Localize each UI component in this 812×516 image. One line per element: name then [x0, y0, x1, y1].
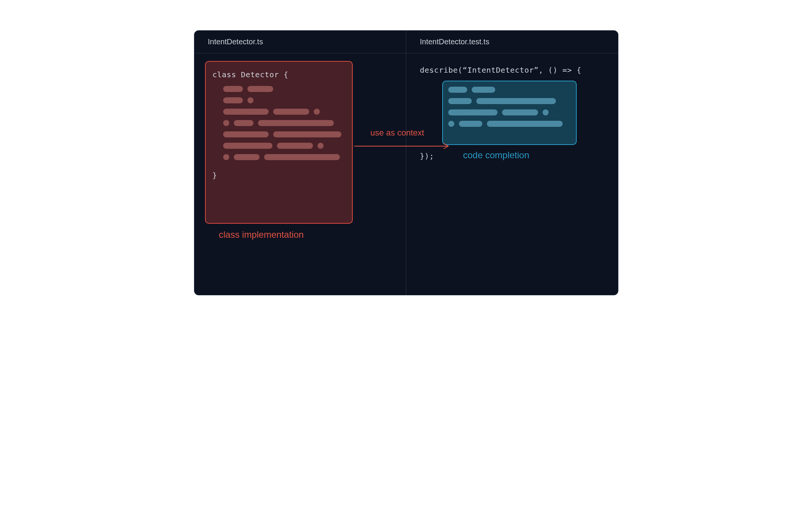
placeholder-pill [223, 109, 269, 115]
placeholder-pill [459, 121, 482, 127]
tab-bar-left: IntentDetector.ts [194, 31, 406, 53]
context-arrow: use as context [354, 135, 452, 161]
placeholder-pill [487, 121, 563, 127]
editor-window: IntentDetector.ts class Detector { [194, 30, 618, 295]
placeholder-row [213, 109, 345, 115]
right-pane-content: describe(“IntentDetector”, () => { [406, 53, 618, 295]
code-completion-highlight [442, 81, 577, 145]
placeholder-pill [448, 109, 498, 115]
placeholder-pill [223, 131, 269, 137]
placeholder-pill [264, 154, 340, 160]
placeholder-pill [273, 109, 309, 115]
placeholder-row [448, 121, 571, 127]
placeholder-pill [543, 109, 549, 115]
placeholder-pill [476, 98, 556, 104]
placeholder-pill [223, 86, 243, 92]
placeholder-pill [223, 120, 229, 126]
code-class-open: class Detector { [213, 69, 345, 81]
placeholder-row [448, 109, 571, 115]
code-describe-open: describe(“IntentDetector”, () => { [420, 64, 604, 76]
placeholder-row [448, 98, 571, 104]
tab-bar-right: IntentDetector.test.ts [406, 31, 618, 53]
placeholder-pill [223, 154, 229, 160]
code-class-close: } [213, 169, 345, 181]
placeholder-row [448, 87, 571, 93]
placeholder-row [213, 120, 345, 126]
placeholder-row [213, 97, 345, 103]
placeholder-pill [448, 121, 454, 127]
left-pane: IntentDetector.ts class Detector { [194, 31, 407, 295]
tab-label-left[interactable]: IntentDetector.ts [208, 37, 263, 46]
placeholder-pill [314, 109, 320, 115]
arrow-label: use as context [371, 128, 424, 138]
placeholder-pill [448, 98, 472, 104]
placeholder-pill [273, 131, 341, 137]
tab-label-right[interactable]: IntentDetector.test.ts [420, 37, 489, 46]
placeholder-pill [318, 143, 324, 149]
code-completion-caption: code completion [463, 150, 529, 161]
placeholder-pill [223, 143, 272, 149]
class-implementation-highlight: class Detector { [205, 61, 353, 224]
placeholder-row [213, 86, 345, 92]
left-pane-content: class Detector { [194, 53, 406, 295]
placeholder-pill [448, 87, 467, 93]
placeholder-row [213, 154, 345, 160]
arrow-icon [354, 142, 452, 150]
placeholder-pill [247, 86, 273, 92]
placeholder-row [213, 143, 345, 149]
placeholder-row [213, 131, 345, 137]
placeholder-pill [502, 109, 538, 115]
right-pane: IntentDetector.test.ts describe(“IntentD… [406, 31, 618, 295]
placeholder-pill [223, 97, 243, 103]
placeholder-pill [472, 87, 495, 93]
placeholder-pill [234, 120, 253, 126]
class-implementation-caption: class implementation [219, 229, 304, 240]
placeholder-pill [234, 154, 260, 160]
placeholder-pill [247, 97, 253, 103]
placeholder-pill [277, 143, 313, 149]
placeholder-pill [258, 120, 334, 126]
